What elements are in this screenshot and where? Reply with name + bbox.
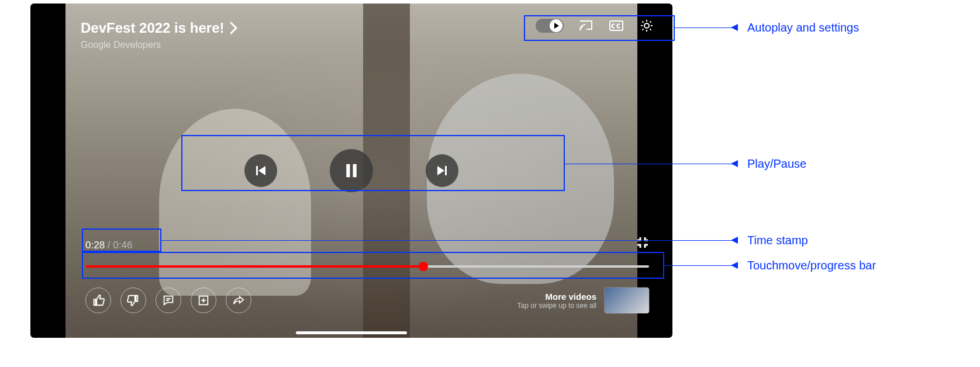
duration: 0:46 [113,240,132,251]
pause-button[interactable] [330,149,373,192]
save-button[interactable] [191,288,216,313]
cast-icon[interactable] [578,18,594,34]
home-indicator[interactable] [296,331,407,334]
more-videos-thumbnail [605,288,649,313]
more-videos-title: More videos [517,292,596,302]
previous-button[interactable] [244,154,277,187]
comment-button[interactable] [156,288,181,313]
annotation-label: Autoplay and settings [747,21,859,34]
progress-played [85,265,423,268]
svg-point-0 [579,29,581,30]
annotation-label: Touchmove/progress bar [747,259,876,272]
video-title: DevFest 2022 is here! [81,20,224,36]
svg-rect-5 [353,164,357,178]
svg-rect-4 [346,164,350,178]
timestamp: 0:28 / 0:46 [85,240,132,251]
annotation-label: Play/Pause [747,157,806,171]
settings-gear-icon[interactable] [639,18,655,34]
center-controls [244,149,458,192]
share-button[interactable] [226,288,251,313]
chevron-right-icon [230,22,238,34]
exit-fullscreen-button[interactable] [636,236,649,251]
video-title-row[interactable]: DevFest 2022 is here! [81,20,238,36]
video-player: DevFest 2022 is here! Google Developers [30,4,672,338]
channel-name[interactable]: Google Developers [81,40,161,50]
svg-rect-6 [445,166,447,175]
top-controls [536,18,655,34]
dislike-button[interactable] [120,288,146,313]
annotation-label: Time stamp [747,234,808,247]
current-time: 0:28 [85,240,105,251]
progress-thumb[interactable] [419,262,428,271]
autoplay-toggle[interactable] [536,19,564,33]
more-videos[interactable]: More videos Tap or swipe up to see all [517,288,649,313]
next-button[interactable] [426,154,458,187]
progress-bar[interactable] [85,265,649,268]
svg-rect-3 [256,166,258,175]
action-row [85,288,251,313]
svg-point-2 [644,23,649,28]
captions-icon[interactable] [608,18,624,34]
like-button[interactable] [85,288,111,313]
more-videos-subtitle: Tap or swipe up to see all [517,302,596,310]
